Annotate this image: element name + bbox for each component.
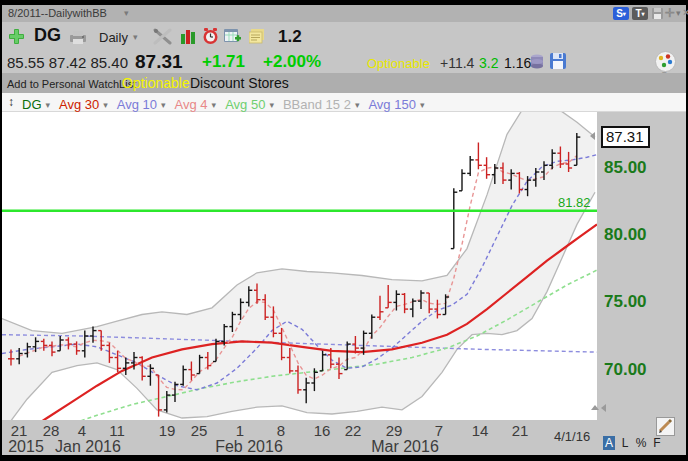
last-price-pointer-icon — [590, 132, 595, 140]
x-axis-tick: 21 — [11, 422, 28, 439]
price-bar — [459, 169, 466, 191]
symbol-label[interactable]: DG — [34, 25, 61, 46]
x-axis-tick: 28 — [43, 422, 60, 439]
alert-price-label: 81.82 — [558, 195, 591, 210]
x-axis-month: 2015 — [8, 438, 44, 456]
y-axis-panel[interactable]: 85.0080.0075.0070.00 — [597, 112, 686, 455]
indicator-item-bband-15-2[interactable]: BBand 15 2▾ — [283, 97, 359, 112]
database-icon[interactable] — [530, 54, 544, 70]
scale-button-a[interactable]: A — [603, 436, 615, 450]
optionable-badge: Optionable — [367, 56, 430, 71]
indicator-label: Avg 50 — [225, 97, 265, 112]
indicator-list: DG▾Avg 30▾Avg 10▾Avg 4▾Avg 50▾BBand 15 2… — [22, 95, 433, 113]
titlebar[interactable]: 8/2011--DailywithBB ▾ S▾ T▾ ✛ ▾ × — [2, 5, 686, 22]
toolbar: DG Daily ▾ 1.2 — [2, 22, 686, 50]
indicator-label: Avg 30 — [59, 97, 99, 112]
indicator-item-avg-50[interactable]: Avg 50▾ — [225, 97, 274, 112]
window-title: 8/2011--DailywithBB — [8, 7, 107, 19]
template-button[interactable]: T▾ — [632, 7, 648, 20]
x-axis-tick: 11 — [109, 422, 125, 439]
quote-val3: 1.16 — [504, 55, 531, 71]
quote-val2: 3.2 — [479, 55, 498, 71]
scale-button-%[interactable]: % — [635, 436, 647, 450]
x-axis: 212841119251816222971421 2015Jan 2016Feb… — [2, 420, 597, 455]
chevron-down-icon[interactable]: ▾ — [46, 100, 51, 110]
y-axis-tick: 85.00 — [604, 158, 647, 178]
price-bar — [475, 143, 482, 170]
price-bar — [451, 188, 458, 248]
x-axis-tick: 25 — [191, 422, 208, 439]
scroll-left-icon[interactable] — [601, 404, 606, 412]
x-axis-tick: 22 — [345, 422, 362, 439]
chevron-down-icon[interactable]: ▾ — [161, 100, 166, 110]
indicator-label: DG — [22, 97, 42, 112]
style-button-label: S — [616, 8, 623, 19]
y-axis-tick: 80.00 — [604, 225, 647, 245]
move-window-icon[interactable]: ✛ — [665, 6, 675, 20]
price-scale-icon[interactable]: ↕ — [8, 95, 14, 109]
price-bar — [467, 156, 474, 176]
indicator-item-avg-4[interactable]: Avg 4▾ — [175, 97, 217, 112]
save-icon[interactable] — [651, 7, 664, 20]
quote-change: +1.71 — [202, 52, 245, 72]
notes-icon[interactable] — [249, 29, 265, 44]
quote-change-pct: +2.00% — [263, 52, 321, 72]
timeframe-caret-icon[interactable]: ▾ — [133, 32, 138, 42]
indicator-label: Avg 4 — [175, 97, 208, 112]
quote-ohl: 85.55 87.42 85.40 — [7, 54, 128, 71]
chevron-down-icon[interactable]: ▾ — [420, 100, 425, 110]
add-watchlist-link[interactable]: Add to Personal WatchList — [7, 78, 136, 90]
indicator-item-dg[interactable]: DG▾ — [22, 97, 50, 112]
add-symbol-icon[interactable] — [9, 29, 24, 44]
y-axis-tick: 75.00 — [604, 292, 647, 312]
x-axis-month: Jan 2016 — [55, 438, 121, 456]
x-axis-tick: 29 — [386, 422, 403, 439]
window-menu-caret-icon[interactable]: ▾ — [676, 8, 681, 18]
indicator-label: BBand 15 2 — [283, 97, 351, 112]
x-axis-tick: 7 — [435, 422, 443, 439]
price-chart[interactable]: 81.82 — [2, 112, 597, 420]
indicator-item-avg-10[interactable]: Avg 10▾ — [117, 97, 166, 112]
chevron-down-icon[interactable]: ▾ — [269, 100, 274, 110]
tools-icon[interactable] — [153, 28, 172, 45]
print-icon[interactable] — [68, 30, 88, 44]
info-row: Add to Personal WatchList Optionable Dis… — [2, 73, 686, 93]
scroll-up-icon[interactable] — [591, 405, 599, 410]
x-axis-month: Mar 2016 — [371, 438, 439, 456]
indicator-label: Avg 150 — [368, 97, 415, 112]
save-chart-icon[interactable] — [550, 53, 566, 69]
chart-type-icon[interactable] — [180, 29, 196, 44]
close-icon[interactable]: × — [683, 6, 688, 18]
timeframe-select[interactable]: Daily — [99, 30, 128, 45]
chart-area[interactable]: 81.82 — [2, 112, 597, 420]
indicator-item-avg-150[interactable]: Avg 150▾ — [368, 97, 424, 112]
y-axis-tick: 70.00 — [604, 360, 647, 380]
scale-button-f[interactable]: F — [651, 436, 663, 450]
alert-clock-icon[interactable] — [202, 28, 219, 45]
style-button[interactable]: S▾ — [613, 7, 629, 20]
industry-link[interactable]: Discount Stores — [190, 75, 289, 91]
scale-button-l[interactable]: L — [619, 436, 631, 450]
optionable-label: Optionable — [122, 75, 190, 91]
scale-mode-buttons: AL%F — [603, 433, 667, 451]
x-axis-tick: 16 — [314, 422, 331, 439]
tc2000-chart-window: 8/2011--DailywithBB ▾ S▾ T▾ ✛ ▾ × DG Dai… — [0, 0, 688, 461]
indicator-item-avg-30[interactable]: Avg 30▾ — [59, 97, 108, 112]
x-axis-tick: 1 — [236, 422, 244, 439]
chevron-down-icon[interactable]: ▾ — [124, 8, 129, 18]
x-axis-tick: 4 — [78, 422, 86, 439]
toolbar-value: 1.2 — [278, 27, 302, 47]
x-axis-tick: 8 — [277, 422, 285, 439]
chevron-down-icon[interactable]: ▾ — [355, 100, 360, 110]
chevron-down-icon[interactable]: ▾ — [103, 100, 108, 110]
end-date-label: 4/1/16 — [554, 429, 590, 444]
x-axis-tick: 21 — [512, 422, 529, 439]
x-axis-tick: 19 — [159, 422, 176, 439]
x-axis-tick: 14 — [472, 422, 489, 439]
chevron-down-icon[interactable]: ▾ — [212, 100, 217, 110]
quote-low: 85.40 — [90, 54, 128, 71]
indicator-label: Avg 10 — [117, 97, 157, 112]
calendar-add-icon[interactable] — [224, 28, 241, 45]
quote-high: 87.42 — [49, 54, 87, 71]
quote-row: 85.55 87.42 85.40 87.31 +1.71 +2.00% Opt… — [2, 50, 686, 73]
